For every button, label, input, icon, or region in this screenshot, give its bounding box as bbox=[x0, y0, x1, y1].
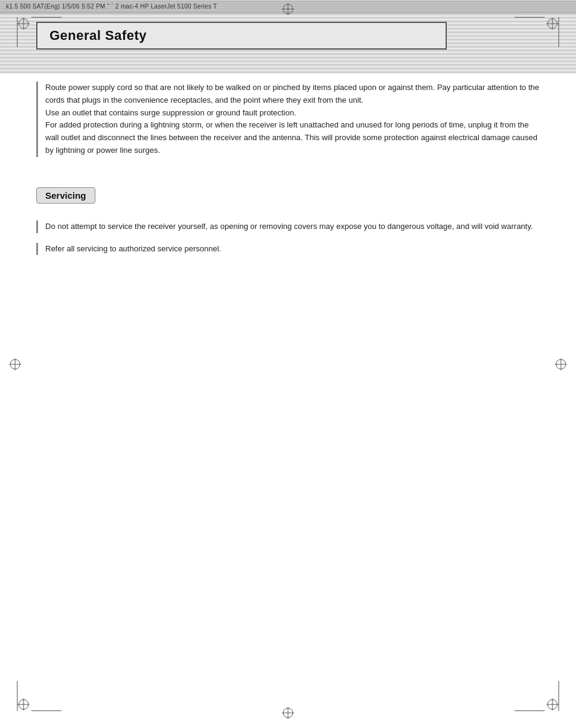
general-safety-paragraph1: Route power supply cord so that are not … bbox=[45, 82, 540, 107]
corner-line-tr-h bbox=[514, 17, 545, 18]
servicing-content: Do not attempt to service the receiver y… bbox=[36, 221, 540, 256]
general-safety-block: Route power supply cord so that are not … bbox=[36, 82, 540, 157]
reg-mark-center-left bbox=[8, 358, 22, 371]
general-safety-paragraph2: Use an outlet that contains surge suppre… bbox=[45, 107, 540, 120]
page-title: General Safety bbox=[50, 28, 147, 43]
servicing-paragraph2-block: Refer all servicing to authorized servic… bbox=[36, 243, 540, 256]
reg-mark-bottom-right bbox=[546, 698, 559, 711]
content-area: Route power supply cord so that are not … bbox=[36, 82, 540, 265]
corner-line-bl-v bbox=[17, 681, 18, 711]
reg-mark-top-right bbox=[546, 17, 559, 30]
reg-mark-bottom-left bbox=[17, 698, 30, 711]
corner-line-tl-v bbox=[17, 17, 18, 47]
corner-line-tr-v bbox=[558, 17, 559, 47]
servicing-paragraph1-block: Do not attempt to service the receiver y… bbox=[36, 221, 540, 233]
reg-mark-top-left bbox=[17, 17, 30, 30]
header-text: k1.5 500 SAT(Eng) 1/5/06 5:52 PM ˜ ` 2 m… bbox=[6, 3, 217, 10]
servicing-label: Servicing bbox=[36, 187, 95, 204]
servicing-paragraph2: Refer all servicing to authorized servic… bbox=[45, 243, 540, 256]
general-safety-paragraph3: For added protection during a lightning … bbox=[45, 119, 540, 156]
reg-mark-center-top bbox=[281, 2, 295, 16]
title-box: General Safety bbox=[36, 22, 447, 50]
corner-line-br-h bbox=[514, 710, 545, 711]
title-section: General Safety bbox=[36, 18, 540, 53]
corner-line-br-v bbox=[558, 681, 559, 711]
servicing-section: Servicing Do not attempt to service the … bbox=[36, 187, 540, 256]
servicing-paragraph1: Do not attempt to service the receiver y… bbox=[45, 221, 540, 233]
reg-mark-center-right bbox=[554, 358, 568, 371]
corner-line-tl-h bbox=[31, 17, 62, 18]
corner-line-bl-h bbox=[31, 710, 62, 711]
reg-mark-center-bottom bbox=[281, 706, 295, 720]
